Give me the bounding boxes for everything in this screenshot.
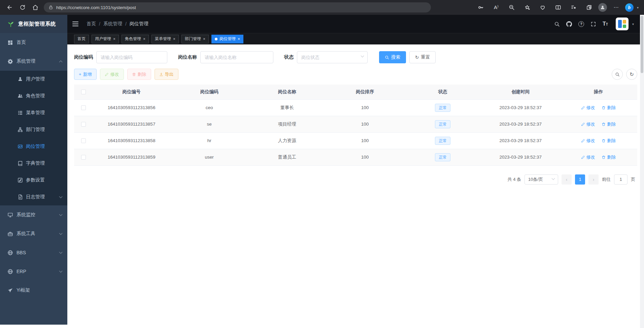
close-icon[interactable]: × — [143, 37, 145, 41]
help-icon[interactable]: ? — [578, 21, 584, 27]
users-icon — [18, 93, 23, 99]
sidebar-item-menu-management[interactable]: 菜单管理 — [0, 104, 67, 121]
edit-button[interactable]: 修改 — [100, 69, 124, 80]
page-scrollbar[interactable] — [640, 15, 644, 328]
post-table: 岗位编号 岗位编码 岗位名称 岗位排序 状态 创建时间 操作 16410305 — [67, 80, 644, 166]
browser-essentials-button[interactable] — [537, 2, 548, 13]
add-favorite-button[interactable] — [522, 2, 533, 13]
sidebar-item-system-monitor[interactable]: 系统监控 — [0, 205, 67, 224]
tab-role-management[interactable]: 角色管理 × — [122, 35, 149, 43]
add-button[interactable]: + 新增 — [74, 69, 97, 80]
github-icon[interactable] — [566, 21, 572, 27]
copilot-button[interactable]: Tb — [625, 3, 634, 12]
back-button[interactable] — [4, 2, 15, 13]
sidebar-item-dept-management[interactable]: 部门管理 — [0, 121, 67, 138]
fullscreen-icon[interactable] — [590, 21, 596, 27]
tab-post-management[interactable]: 岗位管理 × — [211, 35, 243, 43]
close-icon[interactable]: × — [238, 37, 240, 41]
prev-page-button[interactable]: ‹ — [562, 174, 572, 185]
sidebar-item-post-management[interactable]: 岗位管理 — [0, 138, 67, 155]
row-delete-link[interactable]: 删除 — [602, 105, 616, 111]
sidebar-item-user-management[interactable]: 用户管理 — [0, 71, 67, 88]
select-all-checkbox[interactable] — [81, 90, 86, 94]
split-screen-button[interactable] — [553, 2, 564, 13]
user-avatar[interactable] — [616, 18, 629, 30]
row-edit-link[interactable]: 修改 — [581, 105, 595, 111]
page-1-button[interactable]: 1 — [575, 174, 585, 185]
close-icon[interactable]: × — [113, 37, 115, 41]
sidebar-item-yi-framework[interactable]: Yi框架 — [0, 281, 67, 300]
reset-button[interactable]: ↻ 重置 — [409, 51, 436, 63]
favorites-button[interactable] — [568, 2, 579, 13]
sidebar-item-param-settings[interactable]: 参数设置 — [0, 172, 67, 189]
avatar-caret-icon[interactable]: ▾ — [632, 22, 634, 26]
row-checkbox[interactable] — [81, 138, 86, 143]
post-code-input[interactable] — [96, 51, 167, 63]
search-icon — [385, 55, 389, 60]
home-button[interactable] — [30, 2, 41, 13]
header-post-name: 岗位名称 — [248, 85, 326, 99]
font-size-icon[interactable]: TT — [603, 21, 608, 27]
search-icon[interactable] — [554, 21, 560, 27]
chevron-down-icon — [59, 195, 63, 198]
sidebar-item-home[interactable]: 首页 — [0, 33, 67, 52]
row-edit-link[interactable]: 修改 — [581, 154, 595, 160]
refresh-icon: ↻ — [630, 71, 634, 77]
row-delete-link[interactable]: 删除 — [602, 138, 616, 144]
row-checkbox[interactable] — [81, 155, 86, 160]
browser-toolbar-right: A⁾ ⋯ Tb ▾ — [474, 2, 639, 13]
read-aloud-button[interactable]: A⁾ — [491, 2, 502, 13]
password-key-button[interactable] — [475, 2, 486, 13]
id-badge-icon — [18, 144, 23, 149]
tab-user-management[interactable]: 用户管理 × — [92, 35, 119, 43]
browser-menu-button[interactable]: ⋯ — [611, 2, 621, 13]
row-edit-link[interactable]: 修改 — [581, 121, 595, 127]
delete-button[interactable]: 删除 — [127, 69, 151, 80]
tab-home[interactable]: 首页 — [74, 35, 89, 43]
row-checkbox[interactable] — [81, 122, 86, 127]
trash-icon — [602, 139, 606, 143]
row-checkbox[interactable] — [81, 105, 86, 110]
header-post-code: 岗位编码 — [170, 85, 248, 99]
tab-menu-management[interactable]: 菜单管理 × — [151, 35, 179, 43]
chevron-down-icon — [552, 176, 555, 180]
close-icon[interactable]: × — [203, 37, 205, 41]
scrollbar-thumb[interactable] — [641, 16, 643, 73]
show-search-button[interactable] — [612, 69, 623, 80]
search-button[interactable]: 搜索 — [379, 51, 406, 63]
row-delete-link[interactable]: 删除 — [602, 121, 616, 127]
address-bar[interactable]: https://ccnetcore.com:1101/system/post — [44, 2, 431, 12]
export-button[interactable]: 导出 — [155, 69, 178, 80]
refresh-button[interactable] — [17, 2, 28, 13]
zoom-button[interactable] — [506, 2, 517, 13]
sidebar-item-bbs[interactable]: BBS — [0, 243, 67, 262]
collections-button[interactable] — [584, 2, 595, 13]
chevron-down-icon — [59, 212, 63, 216]
sidebar-item-system-tools[interactable]: 系统工具 — [0, 224, 67, 243]
sidebar-item-erp[interactable]: ERP — [0, 262, 67, 281]
table-row: 1641030593112313858 hr 人力资源 100 正常 2023-… — [74, 132, 637, 149]
sidebar-toggle-button[interactable] — [72, 20, 81, 28]
breadcrumb-current: 岗位管理 — [130, 21, 148, 27]
user-icon — [18, 76, 23, 82]
row-delete-link[interactable]: 删除 — [602, 154, 616, 160]
next-page-button[interactable]: › — [588, 174, 599, 185]
close-icon[interactable]: × — [173, 37, 175, 41]
sidebar-item-log-management[interactable]: 日志管理 — [0, 189, 67, 205]
sidebar-item-dict-management[interactable]: 字典管理 — [0, 155, 67, 172]
refresh-table-button[interactable]: ↻ — [626, 69, 637, 80]
breadcrumb-home[interactable]: 首页 — [87, 21, 96, 27]
app-logo[interactable]: 意框架管理系统 — [0, 15, 67, 33]
tab-dept-management[interactable]: 部门管理 × — [181, 35, 209, 43]
row-edit-link[interactable]: 修改 — [581, 138, 595, 144]
sidebar-item-role-management[interactable]: 角色管理 — [0, 88, 67, 104]
post-name-input[interactable] — [200, 51, 273, 63]
goto-page-input[interactable] — [614, 174, 628, 185]
status-select[interactable] — [297, 51, 368, 63]
sidebar-item-system-management[interactable]: 系统管理 — [0, 52, 67, 71]
plus-icon: + — [79, 72, 81, 77]
profile-button[interactable] — [598, 3, 607, 12]
page-size-select[interactable]: 10条/页 — [524, 174, 558, 185]
filter-form: 岗位编码 岗位名称 状态 搜索 ↻ 重置 — [67, 44, 644, 63]
system-submenu: 用户管理 角色管理 菜单管理 部门管理 岗位管理 字典管理 — [0, 71, 67, 205]
